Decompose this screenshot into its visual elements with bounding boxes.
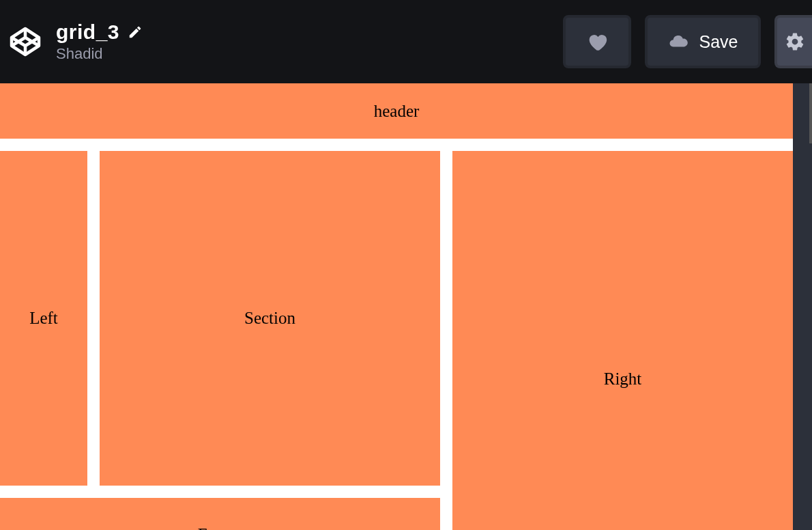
codepen-logo[interactable] [7, 23, 44, 60]
cloud-icon [668, 31, 688, 52]
header-actions: Save [563, 15, 812, 68]
grid-header-label: header [374, 102, 420, 121]
preview-pane: header Left Section Right Footer [0, 83, 812, 530]
pen-author[interactable]: Shadid [56, 45, 143, 63]
vertical-scrollbar[interactable] [793, 83, 812, 530]
css-grid-demo: header Left Section Right Footer [0, 83, 793, 530]
like-button[interactable] [563, 15, 631, 68]
pencil-icon[interactable] [128, 25, 143, 40]
grid-footer-box: Footer [0, 498, 440, 530]
header-left: grid_3 Shadid [3, 20, 143, 63]
save-button-label: Save [699, 32, 738, 52]
save-button[interactable]: Save [645, 15, 761, 68]
grid-footer-label: Footer [198, 525, 242, 530]
preview-content: header Left Section Right Footer [0, 83, 793, 530]
heart-icon [585, 30, 609, 53]
grid-section-box: Section [100, 151, 440, 486]
settings-button[interactable] [774, 15, 812, 68]
grid-right-box: Right [452, 151, 793, 530]
gear-icon [785, 31, 805, 52]
title-row: grid_3 [56, 20, 143, 44]
app-header: grid_3 Shadid S [0, 0, 812, 83]
title-block: grid_3 Shadid [56, 20, 143, 63]
grid-section-label: Section [244, 309, 295, 328]
grid-left-box: Left [0, 151, 87, 486]
grid-left-label: Left [29, 309, 58, 328]
pen-title[interactable]: grid_3 [56, 20, 119, 44]
scrollbar-thumb[interactable] [809, 83, 812, 143]
grid-header-box: header [0, 83, 793, 139]
grid-right-label: Right [604, 369, 642, 389]
